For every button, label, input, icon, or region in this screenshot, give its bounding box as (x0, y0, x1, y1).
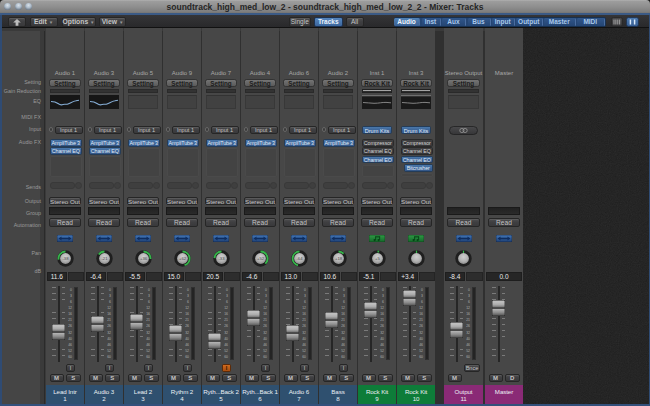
svg-text:+36: +36 (139, 256, 147, 261)
svg-text:+52: +52 (256, 256, 264, 261)
svg-text:-33: -33 (218, 256, 225, 261)
svg-text:+62: +62 (178, 256, 186, 261)
svg-text:+18: +18 (334, 256, 342, 261)
svg-text:-21: -21 (101, 256, 108, 261)
svg-text:-64: -64 (296, 256, 303, 261)
svg-text:+5: +5 (375, 256, 380, 261)
svg-text:-38: -38 (62, 256, 69, 261)
